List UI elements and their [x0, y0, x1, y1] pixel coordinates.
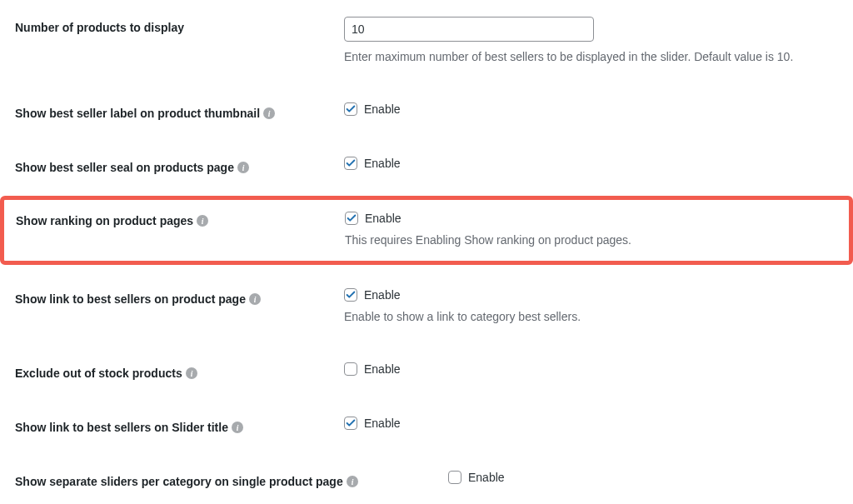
info-icon[interactable]: i [249, 293, 261, 305]
checkbox-label: Enable [364, 362, 401, 376]
ranking-description: This requires Enabling Show ranking on p… [345, 232, 837, 249]
setting-row-link-slider-title: Show link to best sellers on Slider titl… [15, 417, 838, 434]
label-link-slider-title: Show link to best sellers on Slider titl… [15, 417, 344, 434]
num-products-input[interactable] [344, 17, 594, 42]
info-icon[interactable]: i [237, 162, 249, 173]
label-text: Exclude out of stock products [15, 367, 182, 380]
setting-row-separate-sliders: Show separate sliders per category on si… [15, 471, 838, 488]
setting-row-ranking-product-pages: Show ranking on product pages i Enable T… [16, 212, 837, 249]
checkbox-label: Enable [468, 471, 505, 484]
setting-row-link-product-page: Show link to best sellers on product pag… [15, 288, 838, 326]
info-icon[interactable]: i [232, 422, 243, 433]
checkbox-label: Enable [364, 102, 401, 116]
label-text: Show link to best sellers on product pag… [15, 292, 246, 306]
svg-text:i: i [242, 163, 245, 172]
label-exclude-oos: Exclude out of stock products i [15, 362, 344, 380]
checkbox-label: Enable [365, 212, 402, 225]
control-seal-products-page: Enable [344, 157, 838, 170]
exclude-oos-checkbox[interactable] [344, 362, 357, 376]
label-text: Show separate sliders per category on si… [15, 475, 343, 488]
checkbox-label: Enable [364, 288, 401, 302]
label-link-product-page: Show link to best sellers on product pag… [15, 288, 344, 306]
setting-row-exclude-oos: Exclude out of stock products i Enable [15, 362, 838, 380]
svg-text:i: i [190, 369, 192, 378]
control-separate-sliders: Enable [448, 471, 838, 484]
num-products-description: Enter maximum number of best sellers to … [344, 48, 838, 66]
separate-sliders-checkbox[interactable] [448, 471, 461, 484]
control-link-product-page: Enable Enable to show a link to category… [344, 288, 838, 326]
setting-row-num-products: Number of products to display Enter maxi… [15, 17, 838, 66]
label-separate-sliders: Show separate sliders per category on si… [15, 471, 448, 488]
label-text: Show best seller seal on products page [15, 161, 234, 174]
label-seal-products-page: Show best seller seal on products page i [15, 157, 344, 174]
svg-text:i: i [202, 217, 204, 226]
highlight-ranking-product-pages: Show ranking on product pages i Enable T… [0, 196, 853, 265]
label-text: Show link to best sellers on Slider titl… [15, 421, 228, 434]
info-icon[interactable]: i [186, 367, 197, 379]
setting-row-label-thumbnail: Show best seller label on product thumbn… [15, 102, 838, 120]
control-link-slider-title: Enable [344, 417, 838, 430]
checkbox-label: Enable [364, 417, 401, 430]
label-text: Number of products to display [15, 21, 184, 34]
seal-products-page-checkbox[interactable] [344, 157, 357, 170]
link-slider-title-checkbox[interactable] [344, 417, 357, 430]
label-num-products: Number of products to display [15, 17, 344, 34]
control-ranking-product-pages: Enable This requires Enabling Show ranki… [345, 212, 837, 249]
link-product-page-description: Enable to show a link to category best s… [344, 308, 838, 326]
svg-text:i: i [254, 295, 257, 304]
label-ranking-product-pages: Show ranking on product pages i [16, 212, 345, 227]
label-text: Show ranking on product pages [16, 214, 193, 227]
info-icon[interactable]: i [263, 107, 275, 119]
checkbox-label: Enable [364, 157, 401, 170]
info-icon[interactable]: i [197, 215, 208, 227]
svg-text:i: i [351, 477, 353, 487]
label-thumbnail-label: Show best seller label on product thumbn… [15, 102, 344, 120]
control-num-products: Enter maximum number of best sellers to … [344, 17, 838, 66]
svg-text:i: i [237, 423, 239, 432]
svg-text:i: i [268, 109, 271, 118]
label-thumbnail-checkbox[interactable] [344, 102, 357, 116]
link-product-page-checkbox[interactable] [344, 288, 357, 302]
ranking-product-pages-checkbox[interactable] [345, 212, 358, 225]
label-text: Show best seller label on product thumbn… [15, 107, 260, 120]
control-exclude-oos: Enable [344, 362, 838, 376]
setting-row-seal-products-page: Show best seller seal on products page i… [15, 157, 838, 174]
info-icon[interactable]: i [347, 476, 358, 487]
control-label-thumbnail: Enable [344, 102, 838, 116]
